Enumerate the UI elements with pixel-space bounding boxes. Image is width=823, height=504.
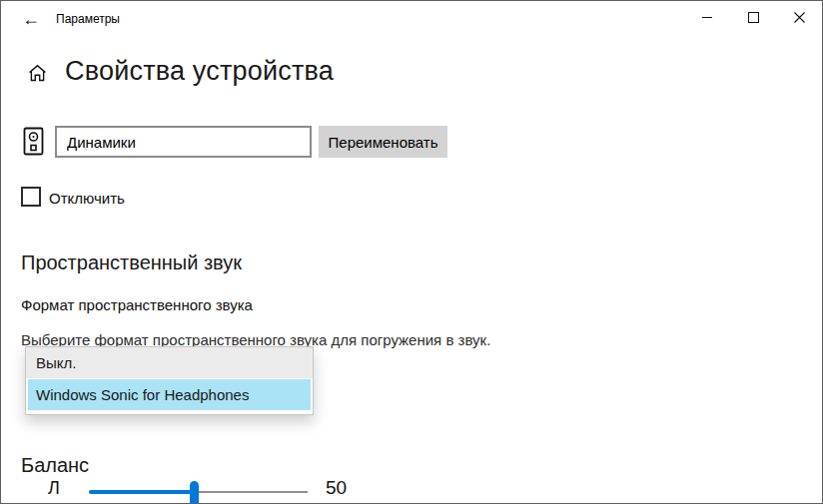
balance-heading: Баланс: [21, 454, 89, 477]
disable-checkbox-label: Отключить: [49, 190, 125, 207]
device-name-input[interactable]: [55, 126, 312, 158]
close-icon: [794, 12, 805, 23]
home-icon: [27, 63, 48, 84]
rename-button[interactable]: Переименовать: [319, 126, 447, 158]
balance-slider-thumb[interactable]: [190, 481, 199, 504]
back-button[interactable]: ←: [13, 5, 49, 33]
close-button[interactable]: [776, 1, 822, 33]
balance-slider-fill: [89, 490, 193, 494]
dropdown-option-windows-sonic[interactable]: Windows Sonic for Headphones: [28, 379, 311, 410]
settings-window: ← Параметры Свойства устройства Переимен…: [0, 0, 823, 504]
spatial-format-label: Формат пространственного звука: [21, 296, 253, 313]
app-title: Параметры: [56, 12, 120, 26]
spatial-format-dropdown: Выкл. Windows Sonic for Headphones: [25, 346, 314, 415]
dropdown-option-off[interactable]: Выкл.: [26, 347, 313, 378]
maximize-icon: [748, 12, 759, 23]
speaker-icon: [22, 126, 45, 157]
maximize-button[interactable]: [730, 1, 776, 33]
disable-checkbox[interactable]: [21, 187, 41, 207]
balance-value: 50: [326, 477, 347, 499]
balance-left-label: Л: [48, 478, 60, 499]
spatial-sound-heading: Пространственный звук: [21, 252, 242, 274]
minimize-button[interactable]: [684, 1, 730, 33]
minimize-icon: [702, 17, 712, 18]
page-title: Свойства устройства: [65, 56, 334, 87]
back-arrow-icon: ←: [22, 9, 40, 30]
